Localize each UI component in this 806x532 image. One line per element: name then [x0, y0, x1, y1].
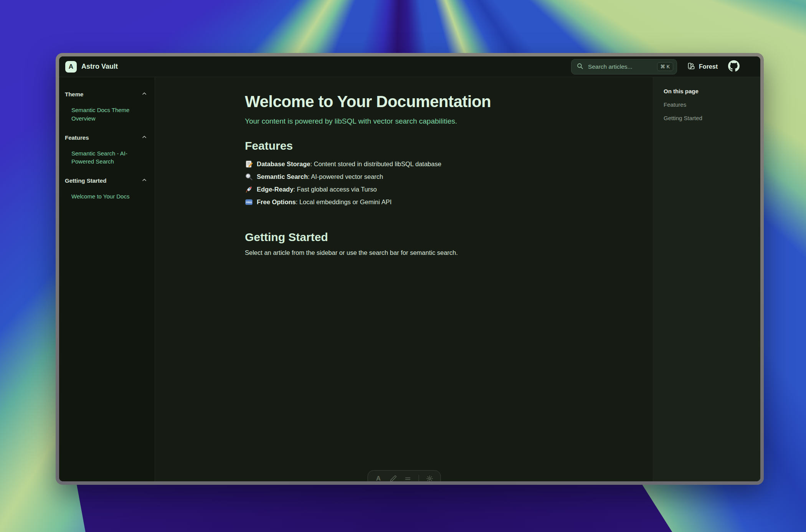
- sidebar-section-features-toggle[interactable]: Features: [65, 134, 147, 141]
- feature-label: Edge-Ready: [257, 186, 293, 193]
- chevron-up-icon: [142, 134, 147, 141]
- sidebar-item-welcome-to-your-docs[interactable]: Welcome to Your Docs: [71, 192, 147, 201]
- features-heading: Features: [245, 139, 622, 152]
- swatch-book-icon: [687, 62, 695, 71]
- sidebar-item-semantic-search[interactable]: Semantic Search - AI-Powered Search: [71, 149, 147, 166]
- app-window-content: A Astro Vault ⌘ K: [59, 56, 760, 481]
- feature-label: Semantic Search: [257, 173, 308, 180]
- sidebar-section-label: Features: [65, 134, 89, 141]
- sidebar-section-theme: Theme Semantic Docs Theme Overview: [65, 91, 147, 123]
- chevron-up-icon: [142, 91, 147, 97]
- sidebar-section-label: Getting Started: [65, 177, 106, 184]
- header-actions: ⌘ K Forest: [571, 59, 740, 74]
- feature-text: : Content stored in distributed libSQL d…: [310, 160, 441, 167]
- lines-icon[interactable]: [404, 475, 411, 481]
- floating-toolbar: A: [367, 470, 441, 481]
- search-input[interactable]: [587, 63, 653, 71]
- github-icon: [728, 60, 740, 73]
- list-item: Edge-Ready: Fast global access via Turso: [245, 183, 622, 196]
- feature-text: : AI-powered vector search: [308, 173, 383, 180]
- list-item: FREE Free Options: Local embeddings or G…: [245, 196, 622, 208]
- sidebar-section-getting-started-toggle[interactable]: Getting Started: [65, 177, 147, 184]
- svg-text:FREE: FREE: [246, 201, 252, 203]
- logo-icon: A: [65, 61, 77, 73]
- memo-emoji: [245, 160, 253, 168]
- sidebar-section-theme-toggle[interactable]: Theme: [65, 91, 147, 97]
- text-size-icon[interactable]: A: [375, 475, 382, 481]
- app-body: Theme Semantic Docs Theme Overview Featu…: [59, 77, 760, 481]
- magnifying-glass-emoji: [245, 173, 253, 181]
- toc-item-features[interactable]: Features: [664, 101, 751, 108]
- getting-started-paragraph: Select an article from the sidebar or us…: [245, 249, 622, 256]
- sidebar-section-label: Theme: [65, 91, 83, 97]
- table-of-contents: On this page Features Getting Started: [653, 77, 760, 481]
- rocket-emoji: [245, 185, 253, 193]
- toc-item-getting-started[interactable]: Getting Started: [664, 115, 751, 121]
- edit-pencil-icon[interactable]: [389, 475, 397, 481]
- search-bar[interactable]: ⌘ K: [571, 59, 677, 74]
- features-list: Database Storage: Content stored in dist…: [245, 158, 622, 208]
- getting-started-heading: Getting Started: [245, 231, 622, 244]
- search-shortcut-badge: ⌘ K: [657, 62, 673, 71]
- free-button-emoji: FREE: [245, 198, 253, 206]
- github-link[interactable]: [728, 60, 740, 73]
- list-item: Semantic Search: AI-powered vector searc…: [245, 170, 622, 183]
- chevron-up-icon: [142, 177, 147, 184]
- sidebar-item-semantic-docs-theme-overview[interactable]: Semantic Docs Theme Overview: [71, 106, 147, 123]
- page-title: Welcome to Your Documentation: [245, 93, 622, 111]
- brand[interactable]: A Astro Vault: [65, 61, 118, 73]
- sidebar-section-features: Features Semantic Search - AI-Powered Se…: [65, 134, 147, 166]
- brand-name: Astro Vault: [81, 63, 118, 71]
- toc-title: On this page: [664, 88, 751, 94]
- feature-label: Free Options: [257, 198, 296, 205]
- search-icon: [576, 63, 583, 71]
- feature-text: : Fast global access via Turso: [293, 186, 377, 193]
- top-header: A Astro Vault ⌘ K: [59, 56, 760, 77]
- left-sidebar: Theme Semantic Docs Theme Overview Featu…: [59, 77, 155, 481]
- toolbar-divider: [418, 475, 419, 481]
- app-window: A Astro Vault ⌘ K: [56, 53, 764, 485]
- theme-picker-button[interactable]: Forest: [687, 62, 718, 71]
- page-subtitle: Your content is powered by libSQL with v…: [245, 117, 622, 126]
- feature-label: Database Storage: [257, 160, 310, 167]
- sidebar-section-getting-started: Getting Started Welcome to Your Docs: [65, 177, 147, 201]
- feature-text: : Local embeddings or Gemini API: [296, 198, 391, 205]
- list-item: Database Storage: Content stored in dist…: [245, 158, 622, 170]
- main-content: Welcome to Your Documentation Your conte…: [155, 77, 653, 481]
- settings-gear-icon[interactable]: [426, 475, 433, 481]
- theme-picker-label: Forest: [699, 63, 718, 70]
